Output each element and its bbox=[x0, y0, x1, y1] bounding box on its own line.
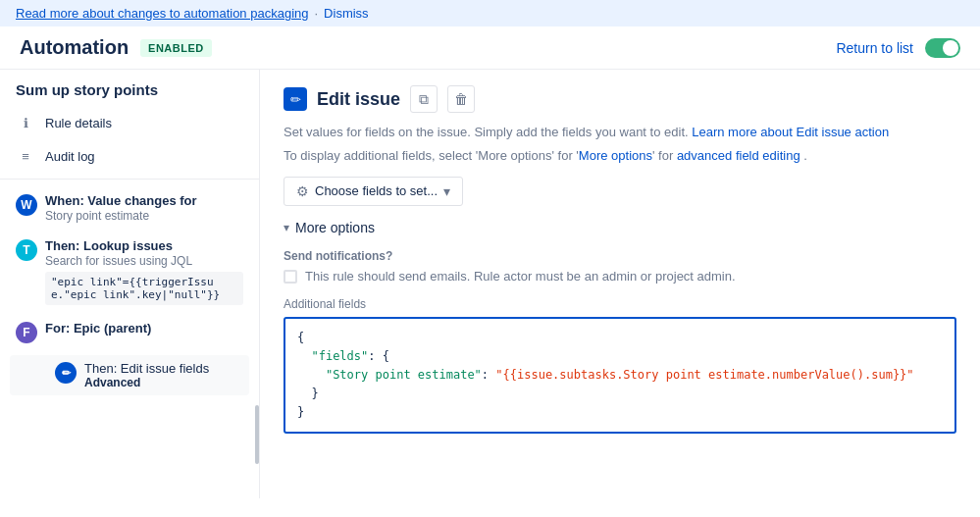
step-for[interactable]: F For: Epic (parent) bbox=[0, 313, 259, 351]
gear-icon: ⚙ bbox=[296, 183, 309, 199]
return-to-list-link[interactable]: Return to list bbox=[836, 40, 913, 56]
hint-suffix: . bbox=[803, 148, 807, 163]
choose-fields-button[interactable]: ⚙ Choose fields to set... ▾ bbox=[284, 177, 463, 206]
advanced-field-editing-link[interactable]: advanced field editing bbox=[677, 148, 800, 163]
hint-prefix: To display additional fields, select 'Mo… bbox=[284, 148, 573, 163]
copy-button[interactable]: ⧉ bbox=[410, 85, 438, 113]
step-for-header[interactable]: F For: Epic (parent) bbox=[16, 321, 243, 343]
step-edit-issue[interactable]: ✏ Then: Edit issue fields Advanced bbox=[10, 355, 249, 395]
dismiss-button[interactable]: Dismiss bbox=[324, 6, 369, 21]
learn-more-link[interactable]: Learn more about Edit issue action bbox=[692, 125, 889, 139]
json-line-4: } bbox=[297, 385, 943, 403]
sidebar-divider bbox=[0, 179, 259, 180]
header-right: Return to list bbox=[836, 38, 960, 58]
page-title: Automation bbox=[20, 36, 129, 59]
sidebar-item-rule-details[interactable]: ℹ Rule details bbox=[0, 106, 259, 139]
toggle-knob bbox=[943, 40, 958, 56]
main-layout: Sum up story points ℹ Rule details ≡ Aud… bbox=[0, 70, 980, 498]
edit-step-sub: Advanced bbox=[84, 376, 209, 389]
sidebar-item-label: Audit log bbox=[45, 149, 95, 164]
send-notifications-checkbox[interactable] bbox=[284, 270, 297, 284]
step-for-info: For: Epic (parent) bbox=[45, 321, 151, 336]
info-icon: ℹ bbox=[16, 113, 35, 132]
chevron-down-icon: ▾ bbox=[284, 221, 289, 234]
trigger-sublabel: Story point estimate bbox=[45, 209, 197, 223]
lookup-sublabel: Search for issues using JQL bbox=[45, 254, 243, 268]
page-header: Automation ENABLED Return to list bbox=[0, 26, 980, 70]
send-notifications-row: This rule should send emails. Rule actor… bbox=[284, 269, 956, 284]
step-trigger-header[interactable]: W When: Value changes for Story point es… bbox=[16, 193, 243, 223]
lookup-code: "epic link"={{triggerIssue."epic link".k… bbox=[45, 272, 243, 305]
json-line-2: "fields": { bbox=[297, 347, 943, 366]
step-edit-header[interactable]: ✏ Then: Edit issue fields Advanced bbox=[55, 361, 233, 389]
trigger-icon: W bbox=[16, 194, 37, 216]
more-options-toggle[interactable]: ▾ More options bbox=[284, 220, 956, 235]
delete-button[interactable]: 🗑 bbox=[447, 85, 475, 113]
sidebar: Sum up story points ℹ Rule details ≡ Aud… bbox=[0, 70, 260, 498]
step-lookup-header[interactable]: T Then: Lookup issues Search for issues … bbox=[16, 238, 243, 305]
json-line-1: { bbox=[297, 329, 943, 347]
content-title-row: ✏ Edit issue ⧉ 🗑 bbox=[284, 85, 956, 113]
sidebar-item-label: Rule details bbox=[45, 116, 112, 130]
send-notifications-label: Send notifications? bbox=[284, 249, 956, 263]
trigger-label: When: Value changes for bbox=[45, 193, 197, 208]
content-title: Edit issue bbox=[317, 89, 400, 110]
notification-banner: Read more about changes to automation pa… bbox=[0, 0, 980, 26]
audit-icon: ≡ bbox=[16, 146, 35, 166]
send-notifications-hint: This rule should send emails. Rule actor… bbox=[305, 269, 736, 284]
for-label: For: Epic (parent) bbox=[45, 321, 151, 336]
banner-separator: · bbox=[314, 6, 318, 21]
banner-link[interactable]: Read more about changes to automation pa… bbox=[16, 6, 308, 21]
desc-text: Set values for fields on the issue. Simp… bbox=[284, 125, 689, 139]
enabled-toggle[interactable] bbox=[925, 38, 960, 58]
status-badge: ENABLED bbox=[140, 39, 212, 57]
edit-step-label: Then: Edit issue fields bbox=[84, 361, 209, 376]
lookup-label: Then: Lookup issues bbox=[45, 238, 243, 253]
edit-pencil-icon: ✏ bbox=[284, 87, 307, 111]
json-editor[interactable]: { "fields": { "Story point estimate": "{… bbox=[284, 317, 956, 435]
more-options-label: More options bbox=[295, 220, 375, 235]
step-edit-info: Then: Edit issue fields Advanced bbox=[84, 361, 209, 389]
chevron-down-icon: ▾ bbox=[443, 183, 450, 199]
json-line-3: "Story point estimate": "{{issue.subtask… bbox=[297, 366, 943, 385]
more-options-hint-link[interactable]: More options bbox=[579, 148, 652, 163]
step-lookup-info: Then: Lookup issues Search for issues us… bbox=[45, 238, 243, 305]
step-lookup[interactable]: T Then: Lookup issues Search for issues … bbox=[0, 231, 259, 313]
choose-fields-label: Choose fields to set... bbox=[315, 183, 438, 198]
lookup-icon: T bbox=[16, 239, 37, 261]
header-left: Automation ENABLED bbox=[20, 36, 212, 59]
json-line-5: } bbox=[297, 403, 943, 422]
sidebar-item-audit-log[interactable]: ≡ Audit log bbox=[0, 139, 259, 173]
for-icon: F bbox=[16, 322, 37, 343]
step-trigger[interactable]: W When: Value changes for Story point es… bbox=[0, 185, 259, 231]
content-hint: To display additional fields, select 'Mo… bbox=[284, 148, 956, 163]
sidebar-title: Sum up story points bbox=[0, 70, 259, 106]
step-trigger-info: When: Value changes for Story point esti… bbox=[45, 193, 197, 223]
scrollbar-thumb bbox=[255, 405, 259, 464]
additional-fields-label: Additional fields bbox=[284, 297, 956, 311]
content-description: Set values for fields on the issue. Simp… bbox=[284, 123, 956, 142]
edit-icon: ✏ bbox=[55, 362, 77, 384]
content-panel: ✏ Edit issue ⧉ 🗑 Set values for fields o… bbox=[260, 70, 980, 498]
